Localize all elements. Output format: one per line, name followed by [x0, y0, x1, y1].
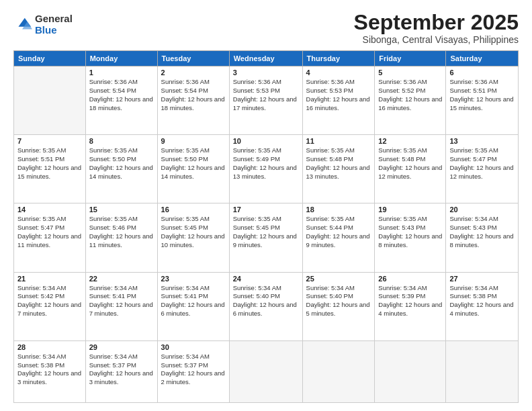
col-wednesday: Wednesday [229, 51, 302, 66]
day-info: Sunrise: 5:36 AM Sunset: 5:54 PM Dayligh… [161, 78, 226, 112]
day-number: 29 [89, 343, 154, 351]
day-number: 15 [89, 205, 154, 214]
day-number: 24 [233, 275, 299, 283]
table-row: 23 Sunrise: 5:34 AM Sunset: 5:41 PM Dayl… [157, 272, 229, 340]
table-row: 20 Sunrise: 5:34 AM Sunset: 5:43 PM Dayl… [446, 203, 519, 272]
day-info: Sunrise: 5:36 AM Sunset: 5:52 PM Dayligh… [378, 78, 442, 112]
day-number: 8 [89, 137, 154, 145]
table-row: 28 Sunrise: 5:34 AM Sunset: 5:38 PM Dayl… [14, 340, 86, 402]
day-number: 12 [378, 137, 442, 145]
table-row: 8 Sunrise: 5:35 AM Sunset: 5:50 PM Dayli… [85, 135, 157, 203]
day-number: 22 [89, 275, 154, 283]
day-info: Sunrise: 5:34 AM Sunset: 5:37 PM Dayligh… [89, 353, 154, 387]
col-saturday: Saturday [446, 51, 519, 66]
table-row: 7 Sunrise: 5:35 AM Sunset: 5:51 PM Dayli… [14, 135, 86, 203]
day-info: Sunrise: 5:34 AM Sunset: 5:41 PM Dayligh… [89, 284, 154, 318]
logo-blue-text: Blue [35, 25, 73, 36]
table-row: 18 Sunrise: 5:35 AM Sunset: 5:44 PM Dayl… [302, 203, 375, 272]
day-number: 25 [306, 275, 371, 283]
day-info: Sunrise: 5:35 AM Sunset: 5:46 PM Dayligh… [89, 215, 154, 249]
day-info: Sunrise: 5:34 AM Sunset: 5:40 PM Dayligh… [233, 284, 299, 318]
day-number: 9 [161, 137, 226, 145]
table-row: 3 Sunrise: 5:36 AM Sunset: 5:53 PM Dayli… [229, 66, 302, 135]
day-info: Sunrise: 5:35 AM Sunset: 5:48 PM Dayligh… [378, 146, 442, 181]
day-number: 26 [378, 275, 442, 283]
col-sunday: Sunday [14, 51, 86, 66]
day-info: Sunrise: 5:34 AM Sunset: 5:41 PM Dayligh… [161, 284, 226, 318]
col-monday: Monday [85, 51, 157, 66]
day-number: 18 [306, 205, 371, 214]
day-info: Sunrise: 5:36 AM Sunset: 5:53 PM Dayligh… [306, 78, 371, 112]
day-info: Sunrise: 5:35 AM Sunset: 5:49 PM Dayligh… [233, 146, 299, 181]
table-row: 30 Sunrise: 5:34 AM Sunset: 5:37 PM Dayl… [157, 340, 229, 402]
day-number: 11 [306, 137, 371, 145]
day-number: 14 [17, 205, 82, 214]
table-row [14, 66, 86, 135]
day-number: 21 [17, 275, 82, 283]
page: General Blue September 2025 Sibonga, Cen… [0, 0, 532, 411]
day-number: 19 [378, 205, 442, 214]
table-row: 27 Sunrise: 5:34 AM Sunset: 5:38 PM Dayl… [446, 272, 519, 340]
day-info: Sunrise: 5:35 AM Sunset: 5:48 PM Dayligh… [306, 146, 371, 181]
day-number: 23 [161, 275, 226, 283]
day-info: Sunrise: 5:35 AM Sunset: 5:43 PM Dayligh… [378, 215, 442, 249]
day-number: 3 [233, 68, 299, 77]
day-info: Sunrise: 5:34 AM Sunset: 5:38 PM Dayligh… [17, 353, 82, 387]
table-row: 11 Sunrise: 5:35 AM Sunset: 5:48 PM Dayl… [302, 135, 375, 203]
table-row: 22 Sunrise: 5:34 AM Sunset: 5:41 PM Dayl… [85, 272, 157, 340]
table-row: 9 Sunrise: 5:35 AM Sunset: 5:50 PM Dayli… [157, 135, 229, 203]
calendar-table: Sunday Monday Tuesday Wednesday Thursday… [13, 50, 519, 403]
day-info: Sunrise: 5:35 AM Sunset: 5:50 PM Dayligh… [89, 146, 154, 181]
title-block: September 2025 Sibonga, Central Visayas,… [354, 11, 519, 45]
day-info: Sunrise: 5:35 AM Sunset: 5:47 PM Dayligh… [449, 146, 515, 181]
day-info: Sunrise: 5:35 AM Sunset: 5:45 PM Dayligh… [161, 215, 226, 249]
location: Sibonga, Central Visayas, Philippines [354, 34, 519, 45]
table-row [229, 340, 302, 402]
logo: General Blue [13, 13, 73, 36]
day-number: 2 [161, 68, 226, 77]
table-row: 24 Sunrise: 5:34 AM Sunset: 5:40 PM Dayl… [229, 272, 302, 340]
month-title: September 2025 [354, 11, 519, 34]
day-number: 6 [449, 68, 515, 77]
col-tuesday: Tuesday [157, 51, 229, 66]
table-row: 26 Sunrise: 5:34 AM Sunset: 5:39 PM Dayl… [375, 272, 446, 340]
day-number: 28 [17, 343, 82, 351]
day-number: 5 [378, 68, 442, 77]
day-info: Sunrise: 5:34 AM Sunset: 5:43 PM Dayligh… [449, 215, 515, 249]
table-row: 29 Sunrise: 5:34 AM Sunset: 5:37 PM Dayl… [85, 340, 157, 402]
day-info: Sunrise: 5:36 AM Sunset: 5:54 PM Dayligh… [89, 78, 154, 112]
table-row: 19 Sunrise: 5:35 AM Sunset: 5:43 PM Dayl… [375, 203, 446, 272]
table-row: 17 Sunrise: 5:35 AM Sunset: 5:45 PM Dayl… [229, 203, 302, 272]
table-row: 13 Sunrise: 5:35 AM Sunset: 5:47 PM Dayl… [446, 135, 519, 203]
table-row: 2 Sunrise: 5:36 AM Sunset: 5:54 PM Dayli… [157, 66, 229, 135]
day-info: Sunrise: 5:35 AM Sunset: 5:47 PM Dayligh… [17, 215, 82, 249]
col-thursday: Thursday [302, 51, 375, 66]
day-info: Sunrise: 5:35 AM Sunset: 5:45 PM Dayligh… [233, 215, 299, 249]
logo-general-text: General [35, 13, 73, 25]
table-row: 6 Sunrise: 5:36 AM Sunset: 5:51 PM Dayli… [446, 66, 519, 135]
table-row [375, 340, 446, 402]
day-number: 17 [233, 205, 299, 214]
day-info: Sunrise: 5:34 AM Sunset: 5:37 PM Dayligh… [161, 353, 226, 387]
table-row: 4 Sunrise: 5:36 AM Sunset: 5:53 PM Dayli… [302, 66, 375, 135]
table-row: 5 Sunrise: 5:36 AM Sunset: 5:52 PM Dayli… [375, 66, 446, 135]
day-info: Sunrise: 5:36 AM Sunset: 5:53 PM Dayligh… [233, 78, 299, 112]
table-row: 15 Sunrise: 5:35 AM Sunset: 5:46 PM Dayl… [85, 203, 157, 272]
table-row: 16 Sunrise: 5:35 AM Sunset: 5:45 PM Dayl… [157, 203, 229, 272]
table-row [446, 340, 519, 402]
day-info: Sunrise: 5:34 AM Sunset: 5:42 PM Dayligh… [17, 284, 82, 318]
day-number: 7 [17, 137, 82, 145]
table-row: 12 Sunrise: 5:35 AM Sunset: 5:48 PM Dayl… [375, 135, 446, 203]
table-row: 10 Sunrise: 5:35 AM Sunset: 5:49 PM Dayl… [229, 135, 302, 203]
table-row: 1 Sunrise: 5:36 AM Sunset: 5:54 PM Dayli… [85, 66, 157, 135]
calendar-body: 1 Sunrise: 5:36 AM Sunset: 5:54 PM Dayli… [14, 66, 519, 403]
day-number: 13 [449, 137, 515, 145]
logo-icon [13, 15, 32, 34]
day-info: Sunrise: 5:35 AM Sunset: 5:44 PM Dayligh… [306, 215, 371, 249]
day-info: Sunrise: 5:34 AM Sunset: 5:38 PM Dayligh… [449, 284, 515, 318]
table-row: 14 Sunrise: 5:35 AM Sunset: 5:47 PM Dayl… [14, 203, 86, 272]
calendar-header-row: Sunday Monday Tuesday Wednesday Thursday… [14, 51, 519, 66]
day-info: Sunrise: 5:34 AM Sunset: 5:40 PM Dayligh… [306, 284, 371, 318]
col-friday: Friday [375, 51, 446, 66]
day-number: 20 [449, 205, 515, 214]
